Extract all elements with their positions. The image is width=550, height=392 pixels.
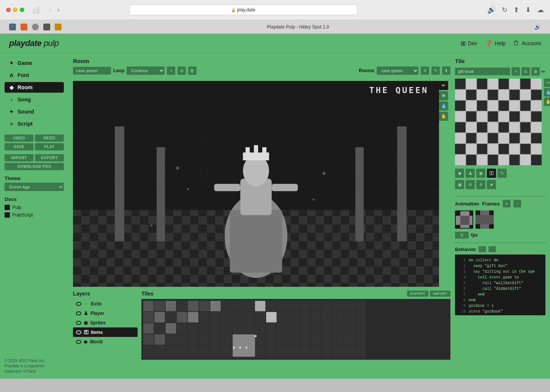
- refresh-icon[interactable]: ↻: [502, 6, 507, 14]
- back-button[interactable]: ‹: [47, 6, 54, 14]
- svg-rect-62: [509, 90, 520, 101]
- add-tile-button[interactable]: +: [512, 67, 520, 76]
- room-name-input[interactable]: [73, 67, 111, 74]
- tile-pencil-tool[interactable]: ✏: [544, 79, 550, 87]
- tile-type-wave[interactable]: ≋: [466, 180, 475, 189]
- tile-type-player[interactable]: ♟: [466, 169, 475, 178]
- line-num-11: 11: [458, 315, 466, 315]
- behavior-header: Behavior: [455, 246, 545, 252]
- app-container: playdate pulp ⊞ Dev ❓ Help 🗒 Account ✦: [0, 34, 550, 379]
- download-pdx-button[interactable]: DOWNLOAD PDX: [5, 163, 64, 170]
- layer-sprites[interactable]: ◉ Sprites: [73, 318, 138, 327]
- layer-world[interactable]: ◆ World: [73, 337, 138, 346]
- export-button[interactable]: EXPORT: [35, 154, 64, 161]
- layer-items[interactable]: ⚿ Items: [73, 327, 138, 337]
- header-nav: ⊞ Dev ❓ Help 🗒 Account: [461, 40, 541, 47]
- grid-toggle-button[interactable]: #: [421, 66, 429, 75]
- svg-rect-42: [188, 312, 198, 322]
- script-icon: ≡: [8, 121, 14, 127]
- tile-hand-tool[interactable]: ✋: [544, 98, 550, 106]
- theme-select[interactable]: Green Age: [5, 183, 64, 191]
- nav-account[interactable]: 🗒 Account: [513, 40, 541, 47]
- toolbar-volume-icon[interactable]: 🔊: [534, 24, 541, 30]
- anim-frame-2[interactable]: [476, 210, 494, 229]
- tile-name-input[interactable]: [455, 68, 510, 75]
- hand-tool[interactable]: ✋: [439, 112, 448, 121]
- layer-items-eye-icon: [76, 330, 81, 334]
- tiles-export-button[interactable]: EXPORT: [407, 291, 428, 297]
- toolbar-icon-fox[interactable]: [21, 24, 27, 30]
- sidebar-item-font[interactable]: A Font: [5, 70, 64, 81]
- tile-type-grid[interactable]: #: [476, 180, 485, 189]
- add-room-button[interactable]: +: [167, 66, 175, 75]
- svg-rect-41: [177, 312, 187, 322]
- remove-frame-button[interactable]: -: [514, 200, 521, 207]
- sidebar-item-game[interactable]: ✦ Game: [5, 58, 64, 68]
- anim-frame-1[interactable]: [455, 210, 473, 229]
- tile-type-diamond[interactable]: ◆: [455, 169, 464, 178]
- nav-dev[interactable]: ⊞ Dev: [461, 40, 477, 47]
- theme-section: Theme Green Age: [5, 175, 64, 191]
- tile-type-key[interactable]: ⚿: [487, 169, 496, 178]
- close-button[interactable]: [6, 8, 11, 12]
- toolbar-icon-image[interactable]: [43, 24, 50, 30]
- maximize-button[interactable]: [20, 8, 24, 12]
- layer-player[interactable]: ♟ Player: [73, 308, 138, 318]
- svg-rect-72: [455, 122, 466, 133]
- fps-input[interactable]: 0: [455, 232, 469, 239]
- pencil-tool[interactable]: ✏: [439, 81, 448, 90]
- room-svg: THE QUEEN: [73, 81, 439, 287]
- address-bar[interactable]: 🔒 play.date: [129, 5, 357, 15]
- forward-button[interactable]: ›: [55, 6, 62, 14]
- line-code-6: call "didGetGift": [469, 286, 521, 292]
- sidebar-item-song[interactable]: ♪ Song: [5, 94, 64, 105]
- docs-label: Docs: [5, 196, 64, 202]
- eyedropper-tool[interactable]: 💧: [439, 101, 448, 111]
- sidebar-item-room[interactable]: ◆ Room: [5, 82, 64, 93]
- save-button[interactable]: SAVE: [5, 143, 33, 150]
- tile-type-pencil2[interactable]: ✎: [498, 169, 507, 178]
- toolbar-icon-grid[interactable]: [9, 24, 16, 30]
- delete-room-button[interactable]: 🗑: [188, 66, 197, 75]
- eraser-tool[interactable]: ✱: [439, 91, 448, 100]
- import-button[interactable]: IMPORT: [5, 154, 33, 161]
- delete-tile-button[interactable]: 🗑: [531, 67, 540, 76]
- tile-canvas-svg[interactable]: [455, 79, 542, 165]
- behavior-code-editor[interactable]: 1 on collect do 2 swap "gift box" 3 say …: [455, 254, 545, 315]
- redo-button[interactable]: REDO: [35, 134, 64, 142]
- sidebar-item-sound[interactable]: ✦ Sound: [5, 106, 64, 117]
- share-icon[interactable]: ⬆: [514, 6, 519, 14]
- volume-icon[interactable]: 🔊: [487, 6, 496, 14]
- toolbar-icon-f[interactable]: [55, 24, 62, 30]
- nav-help[interactable]: ❓ Help: [485, 40, 506, 47]
- rooms-select[interactable]: cave queen: [377, 66, 418, 75]
- tile-eyedropper-tool[interactable]: 💧: [544, 88, 550, 96]
- line-num-9: 9: [458, 303, 466, 309]
- cloud-icon[interactable]: ☁: [537, 6, 544, 14]
- tiles-import-button[interactable]: IMPoRT: [430, 291, 450, 297]
- layer-exits[interactable]: → Exits: [73, 299, 138, 308]
- play-button[interactable]: PLAY: [35, 143, 64, 150]
- tile-type-star[interactable]: ★: [487, 180, 496, 189]
- copy-tile-button[interactable]: ⧉: [521, 67, 530, 76]
- docs-item-pulp[interactable]: Pulp: [5, 204, 64, 211]
- layer-exits-label: Exits: [91, 301, 102, 307]
- sidebar-item-script[interactable]: ≡ Script: [5, 119, 64, 129]
- loop-select[interactable]: Continue: [127, 66, 165, 75]
- add-frame-button[interactable]: +: [503, 200, 510, 207]
- toolbar-icon-circle[interactable]: [32, 24, 39, 30]
- sidebar-toggle[interactable]: ⬜: [32, 6, 40, 14]
- tile-type-flame[interactable]: ◉: [476, 169, 485, 178]
- undo-button[interactable]: UNDO: [5, 134, 33, 142]
- export-room-button[interactable]: ⬆: [442, 66, 450, 75]
- minimize-button[interactable]: [13, 8, 17, 12]
- tile-pencil-icon[interactable]: ✏: [541, 69, 545, 74]
- tile-type-block[interactable]: ▣: [455, 180, 464, 189]
- svg-rect-44: [154, 323, 165, 334]
- room-canvas[interactable]: THE QUEEN: [73, 81, 439, 287]
- docs-item-pulpscript[interactable]: PulpScript: [5, 211, 64, 219]
- download-icon[interactable]: ⬇: [525, 6, 531, 14]
- svg-rect-40: [166, 312, 176, 322]
- copy-room-button[interactable]: ⧉: [178, 66, 186, 75]
- edit-room-button[interactable]: ✎: [431, 66, 440, 75]
